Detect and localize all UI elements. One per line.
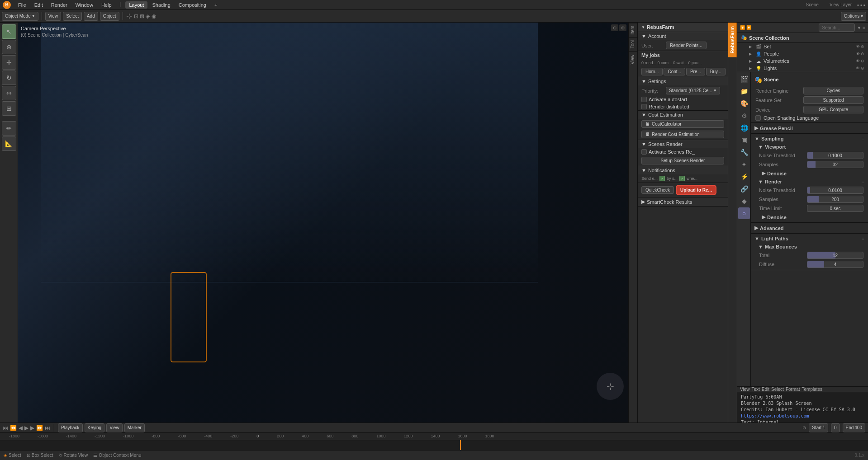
tab-view[interactable]: View	[629, 52, 637, 67]
measure-tool[interactable]: 📐	[2, 136, 16, 151]
view-btn[interactable]: View	[45, 12, 62, 21]
add-btn[interactable]: Add	[84, 12, 98, 21]
upload-btn[interactable]: Upload to Re...	[676, 185, 716, 195]
pil-data[interactable]: ◆	[738, 195, 750, 207]
object-btn[interactable]: Object	[100, 12, 119, 21]
menu-edit[interactable]: Edit	[31, 1, 47, 9]
viewport-overlay-btn[interactable]: ⊙	[611, 24, 618, 31]
render-engine-value[interactable]: Cycles	[803, 87, 863, 94]
rebusfarm-header[interactable]: ▼ RebusFarm	[638, 23, 728, 32]
max-bounces-header[interactable]: ▼ Max Bounces	[754, 243, 868, 251]
play-start-btn[interactable]: ⏮	[3, 425, 8, 431]
move-tool[interactable]: ✛	[2, 55, 16, 70]
select-tool[interactable]: ↖	[2, 24, 16, 39]
prev-frame-btn[interactable]: ⏪	[10, 425, 17, 431]
pil-world[interactable]: 🌐	[738, 122, 750, 134]
menu-file[interactable]: File	[14, 1, 30, 9]
denoise1-header[interactable]: ▶ Denoise	[758, 169, 868, 178]
menu-render[interactable]: Render	[47, 1, 71, 9]
play-btn[interactable]: ▶	[24, 425, 28, 431]
viewport[interactable]: Camera Perspective (0) Scene Collection …	[18, 23, 628, 422]
total-slider[interactable]: 12	[807, 252, 863, 259]
tab-layout[interactable]: Layout	[125, 1, 147, 9]
noise-thresh-r-slider[interactable]: 0.0100	[807, 187, 863, 194]
te-templates[interactable]: Templates	[802, 387, 823, 392]
cursor-tool[interactable]: ⊕	[2, 40, 16, 54]
samples-vp-slider[interactable]: 32	[807, 161, 863, 168]
te-select[interactable]: Select	[771, 387, 784, 392]
light-paths-header[interactable]: ▼ Light Paths ≡	[751, 235, 868, 243]
pil-output[interactable]: 📁	[738, 85, 750, 97]
te-view[interactable]: View	[740, 387, 750, 392]
tab-tool[interactable]: Tool	[629, 37, 637, 51]
setup-btn[interactable]: Setup Scenes Render	[641, 157, 724, 164]
sc-vis-btn-lights[interactable]: 👁	[856, 66, 860, 70]
rebusfarm-tab[interactable]: RebusFarm	[728, 23, 737, 57]
whe-cb[interactable]: ✓	[679, 176, 685, 181]
notifications-header[interactable]: ▼ Notifications	[638, 166, 728, 174]
menu-window[interactable]: Window	[72, 1, 97, 9]
scene-search[interactable]	[819, 23, 855, 32]
sc-item-vol[interactable]: ▶ ☁ Volumetrics 👁 ⊙	[737, 57, 868, 65]
cost-header[interactable]: ▼ Cost Estimation	[638, 111, 728, 119]
pil-cons[interactable]: 🔗	[738, 183, 750, 195]
quickcheck-btn[interactable]: QuickCheck	[641, 186, 674, 194]
pil-render[interactable]: 🎬	[738, 73, 750, 85]
timeline-area[interactable]: -1800 -1600 -1400 -1200 -1000 -800 -600 …	[0, 433, 868, 450]
diffuse-slider[interactable]: 4	[807, 261, 863, 268]
keying-btn[interactable]: Keying	[85, 423, 105, 432]
pil-mod[interactable]: 🔧	[738, 146, 750, 158]
viewport-gizmo[interactable]: ⊕	[619, 24, 626, 31]
next-keyframe-btn[interactable]: ▶	[30, 425, 34, 431]
pil-phys[interactable]: ⚡	[738, 171, 750, 183]
sc-excl-btn-people[interactable]: ⊙	[861, 52, 864, 56]
viewport-sub-header[interactable]: ▼ Viewport	[754, 143, 868, 151]
tab-compositing[interactable]: Compositing	[175, 1, 210, 9]
samples-r-slider[interactable]: 200	[807, 196, 863, 203]
timelimit-slider[interactable]: 0 sec	[807, 205, 863, 212]
sc-vis-btn-set[interactable]: 👁	[856, 44, 860, 49]
settings-header[interactable]: ▼ Settings	[638, 77, 728, 85]
menu-help[interactable]: Help	[98, 1, 115, 9]
pil-scene[interactable]: ⚙	[738, 110, 750, 122]
tl-view-btn[interactable]: View	[106, 423, 123, 432]
sc-excl-btn-set[interactable]: ⊙	[861, 44, 864, 49]
playback-btn[interactable]: Playback	[58, 423, 83, 432]
pil-material[interactable]: ○	[738, 207, 750, 219]
autostart-cb[interactable]	[641, 97, 647, 102]
lp-menu[interactable]: ≡	[862, 236, 864, 241]
account-header[interactable]: ▼ Account	[638, 32, 728, 40]
sc-vis-btn-people[interactable]: 👁	[856, 52, 860, 56]
prev-keyframe-btn[interactable]: ◀	[19, 425, 23, 431]
pil-view[interactable]: 🎨	[738, 98, 750, 109]
scenes-header[interactable]: ▼ Scenes Render	[638, 140, 728, 148]
pil-part[interactable]: ✦	[738, 159, 750, 170]
open-shading-cb[interactable]	[755, 115, 761, 121]
render-sub-header[interactable]: ▼ Render ≡	[754, 178, 868, 186]
object-mode-btn[interactable]: Object Mode▼	[2, 12, 38, 21]
advanced-header[interactable]: ▶ Advanced	[751, 224, 868, 232]
sc-item-set[interactable]: ▶ 🎬 Set 👁 ⊙	[737, 43, 868, 50]
start-field[interactable]: Start 1	[809, 423, 828, 432]
rotate-tool[interactable]: ↻	[2, 70, 16, 85]
hom-btn[interactable]: Hom...	[641, 68, 663, 75]
buy-btn[interactable]: Buy...	[706, 68, 726, 75]
tab-add[interactable]: +	[211, 1, 221, 9]
sc-vis-btn-vol[interactable]: 👁	[856, 59, 860, 63]
feature-set-value[interactable]: Supported	[803, 96, 863, 104]
bys-cb[interactable]: ✓	[659, 176, 665, 181]
estimate-btn[interactable]: 🖩 Render Cost Estimation	[641, 131, 724, 138]
denoise2-header[interactable]: ▶ Denoise	[758, 213, 868, 221]
te-format[interactable]: Format	[786, 387, 800, 392]
select-btn[interactable]: Select	[63, 12, 82, 21]
transform-tool[interactable]: ⊞	[2, 101, 16, 116]
sc-excl-btn-vol[interactable]: ⊙	[861, 59, 864, 63]
calc-btn[interactable]: 🖩 CostCalculator	[641, 120, 724, 128]
scale-tool[interactable]: ⇔	[2, 86, 16, 100]
current-frame-field[interactable]: 0	[831, 423, 840, 432]
grease-pencil-header[interactable]: ▶ Grease Pencil	[751, 124, 868, 132]
render-sub-menu[interactable]: ≡	[862, 179, 864, 184]
noise-thresh-vp-slider[interactable]: 0.1000	[807, 152, 863, 159]
sampling-menu[interactable]: ≡	[862, 136, 864, 141]
next-frame-btn[interactable]: ⏩	[36, 425, 43, 431]
